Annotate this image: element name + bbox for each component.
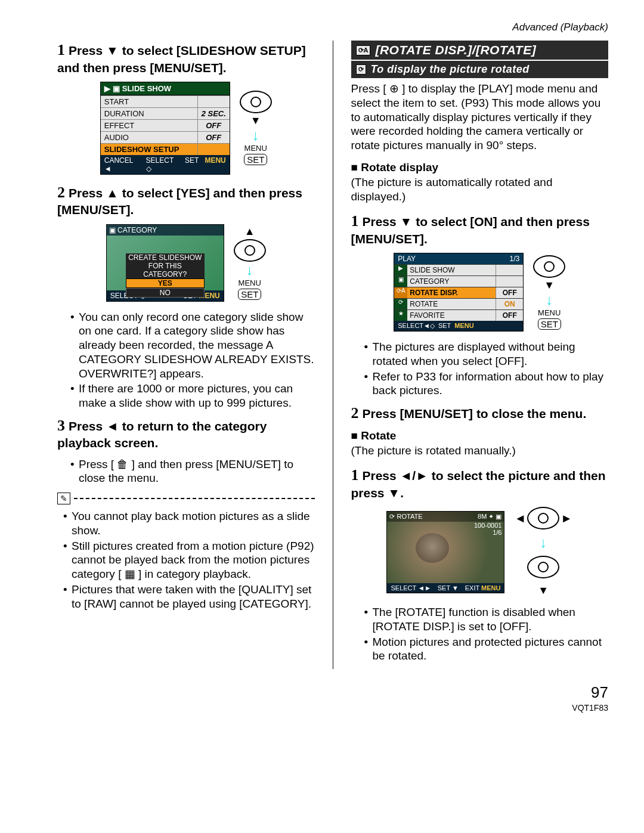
- dpad-icon: [234, 239, 266, 262]
- lcd-slideshow: ▶▣SLIDE SHOW START DURATION2 SEC. EFFECT…: [100, 82, 230, 175]
- right-notes-a: The pictures are displayed without being…: [351, 340, 609, 398]
- rotate-head: Rotate: [351, 429, 609, 442]
- left-notes-c: You cannot play back motion pictures as …: [57, 509, 315, 611]
- lcd-rotate-picture: ⟳ ROTATE8M ✦ ▣ 100-0001 1/6 SELECT ◄►SET…: [386, 511, 504, 593]
- intro-text: Press [ ⊕ ] to display the [PLAY] mode m…: [351, 82, 609, 153]
- lcd-play-menu: PLAY1/3 ▶SLIDE SHOW ▣CATEGORY ⟳AROTATE D…: [394, 253, 524, 332]
- page-number: 97: [57, 683, 608, 702]
- note-divider: ✎: [57, 493, 315, 504]
- left-notes-a: You can only record one category slide s…: [57, 310, 315, 410]
- right-column: ⟳A [ROTATE DISP.]/[ROTATE] ⟳ To display …: [351, 41, 609, 669]
- rotate-text: (The picture is rotated manually.): [351, 444, 609, 458]
- dpad-icon: [533, 255, 565, 278]
- dpad-icon: [240, 91, 272, 113]
- note-icon: ✎: [57, 493, 70, 504]
- left-step2: 2Press ▲ to select [YES] and then press …: [57, 183, 315, 218]
- arrow-down-icon: ↓: [546, 293, 553, 307]
- right-step2: 2Press [MENU/SET] to close the menu.: [351, 404, 609, 423]
- arrow-down-icon: ↓: [246, 263, 253, 277]
- right-notes-b: The [ROTATE] function is disabled when […: [351, 605, 609, 663]
- right-step1: 1Press ▼ to select [ON] and then press […: [351, 212, 609, 247]
- arrow-down-icon: ↓: [252, 128, 259, 143]
- rotate-display-text: (The picture is automatically rotated an…: [351, 175, 609, 204]
- doc-code: VQT1F83: [57, 703, 608, 713]
- left-notes-b: Press [ 🗑 ] and then press [MENU/SET] to…: [57, 457, 315, 486]
- rotate-disp-icon: ⟳A: [356, 45, 371, 55]
- left-step1: 1Press ▼ to select [SLIDESHOW SETUP] and…: [57, 41, 315, 76]
- section-subtitle: ⟳ To display the picture rotated: [351, 61, 609, 78]
- dpad-icon: [527, 556, 559, 578]
- section-header: Advanced (Playback): [57, 21, 608, 33]
- set-button-icon: SET: [244, 154, 267, 165]
- right-step3: 1Press ◄/► to select the picture and the…: [351, 466, 609, 501]
- section-title: ⟳A [ROTATE DISP.]/[ROTATE]: [351, 41, 609, 60]
- left-column: 1Press ▼ to select [SLIDESHOW SETUP] and…: [57, 41, 315, 669]
- left-step3: 3Press ◄ to return to the category playb…: [57, 416, 315, 451]
- menu-label: MENU: [244, 144, 267, 153]
- lcd-category-confirm: ▣ CATEGORY CREATE SLIDESHOW FOR THIS CAT…: [106, 224, 224, 302]
- arrow-down-icon: ↓: [540, 535, 547, 550]
- rotate-display-head: Rotate display: [351, 161, 609, 174]
- rotate-icon: ⟳: [356, 64, 366, 75]
- dpad-leftright-icon: ◄►: [514, 507, 572, 529]
